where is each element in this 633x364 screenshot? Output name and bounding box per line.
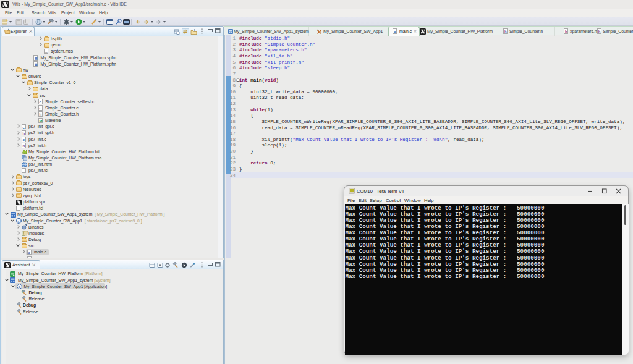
svg-text:c: c [19,285,20,289]
svg-text:c: c [17,219,19,223]
